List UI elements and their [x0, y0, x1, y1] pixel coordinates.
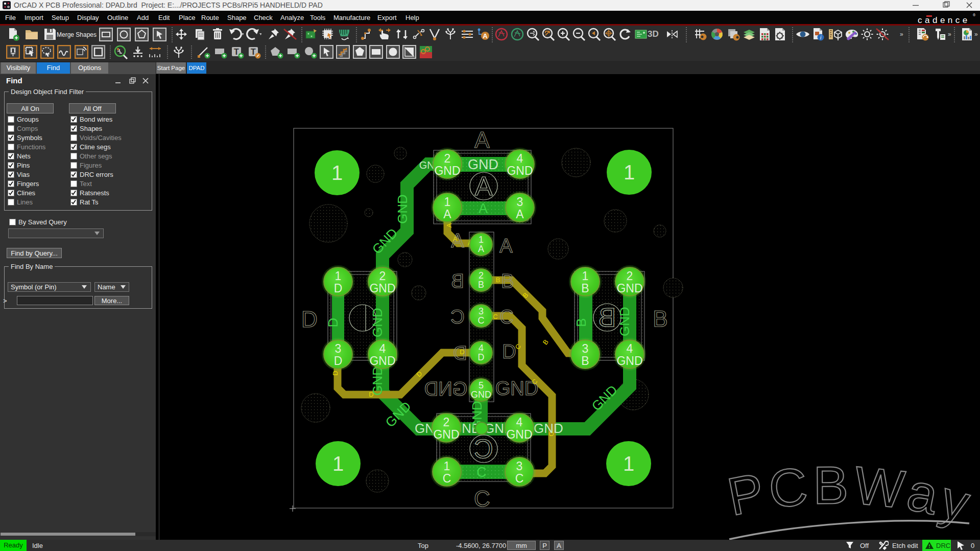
svg-text:B: B	[599, 303, 616, 332]
svg-text:A: A	[453, 235, 458, 243]
svg-text:D: D	[502, 341, 516, 362]
svg-text:GND: GND	[616, 282, 642, 295]
svg-text:B: B	[501, 270, 514, 292]
svg-text:2: 2	[444, 152, 451, 165]
svg-text:GND: GND	[370, 308, 385, 337]
svg-text:B: B	[496, 276, 500, 284]
svg-text:B: B	[451, 270, 464, 292]
svg-text:1: 1	[331, 162, 343, 184]
svg-text:1: 1	[624, 161, 635, 183]
svg-text:GND: GND	[369, 354, 395, 368]
svg-text:C: C	[474, 486, 490, 511]
svg-text:GND: GND	[471, 389, 491, 400]
svg-text:B: B	[573, 318, 589, 327]
svg-text:2: 2	[627, 269, 633, 283]
svg-text:A: A	[443, 208, 451, 221]
svg-text:GND: GND	[506, 428, 532, 441]
svg-text:D: D	[460, 348, 464, 356]
svg-text:A: A	[483, 32, 488, 40]
svg-text:D: D	[325, 318, 341, 328]
svg-text:C: C	[476, 465, 487, 480]
svg-text:A: A	[516, 208, 524, 221]
svg-text:C: C	[450, 306, 464, 328]
svg-text:4: 4	[516, 416, 523, 429]
svg-text:C: C	[478, 315, 485, 326]
svg-text:2: 2	[379, 269, 386, 283]
svg-text:C: C	[499, 306, 513, 328]
svg-text:GND: GND	[395, 194, 410, 224]
svg-text:GND: GND	[616, 354, 642, 368]
svg-text:1: 1	[479, 235, 484, 245]
svg-text:1: 1	[332, 452, 344, 475]
svg-text:1: 1	[582, 269, 589, 283]
svg-text:D: D	[331, 371, 339, 375]
svg-text:B: B	[653, 306, 667, 331]
svg-text:A: A	[474, 127, 490, 152]
svg-text:D: D	[369, 391, 373, 398]
svg-text:B: B	[541, 338, 550, 346]
svg-text:GND: GND	[507, 164, 533, 177]
svg-text:C: C	[547, 431, 555, 436]
svg-text:GND: GND	[468, 157, 498, 172]
svg-text:GND: GND	[369, 282, 395, 295]
svg-text:D: D	[301, 307, 318, 332]
svg-text:1: 1	[444, 460, 450, 473]
svg-text:B: B	[581, 282, 589, 295]
svg-text:GND: GND	[434, 164, 460, 177]
svg-text:C: C	[443, 472, 451, 485]
svg-text:1: 1	[623, 452, 634, 475]
svg-text:B: B	[478, 280, 484, 290]
svg-text:3: 3	[479, 306, 484, 316]
svg-text:3: 3	[335, 342, 342, 355]
svg-text:2: 2	[479, 270, 484, 281]
svg-text:3: 3	[517, 195, 523, 209]
svg-text:A: A	[478, 244, 484, 254]
svg-text:1: 1	[335, 269, 342, 283]
svg-text:A: A	[479, 201, 488, 216]
svg-text:2: 2	[443, 416, 450, 429]
svg-text:3: 3	[516, 460, 523, 473]
svg-text:4: 4	[517, 152, 523, 165]
svg-text:D: D	[334, 354, 343, 368]
svg-text:1: 1	[444, 195, 451, 209]
svg-text:GND: GND	[424, 378, 467, 400]
svg-text:5: 5	[479, 380, 484, 391]
svg-text:GND: GND	[433, 428, 459, 441]
svg-text:T: T	[251, 48, 256, 56]
svg-text:C: C	[474, 434, 493, 464]
svg-text:A: A	[499, 235, 513, 257]
svg-text:C: C	[515, 472, 524, 485]
svg-text:4: 4	[379, 342, 386, 355]
svg-text:B: B	[581, 354, 589, 368]
svg-text:D: D	[334, 282, 343, 295]
svg-text:T: T	[234, 48, 239, 56]
svg-text:A: A	[475, 171, 493, 201]
svg-text:4: 4	[479, 343, 484, 353]
svg-text:3: 3	[582, 342, 589, 355]
svg-text:GND: GND	[617, 307, 632, 336]
svg-text:D: D	[478, 352, 485, 362]
svg-text:4: 4	[627, 342, 633, 355]
